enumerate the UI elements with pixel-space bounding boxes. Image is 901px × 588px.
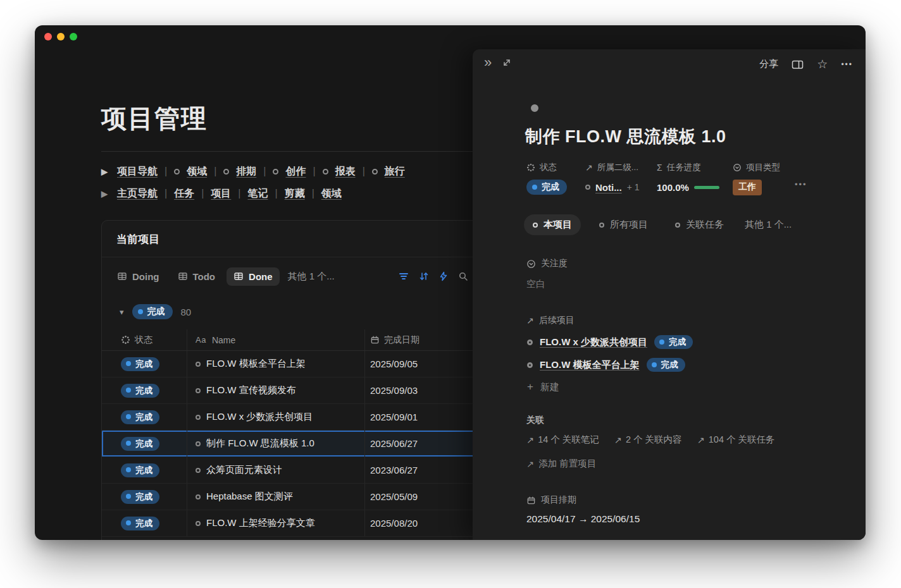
view-tab-todo[interactable]: Todo <box>171 267 223 286</box>
followup-item[interactable]: FLO.W 模板全平台上架 完成 <box>527 358 685 372</box>
row-title[interactable]: FLO.W x 少数派共创项目 <box>206 411 313 423</box>
row-title[interactable]: FLO.W 上架经验分享文章 <box>206 517 315 529</box>
status-badge[interactable]: 完成 <box>121 437 159 451</box>
nav-link-domain2[interactable]: 领域 <box>321 187 342 200</box>
status-badge[interactable]: 完成 <box>121 410 159 424</box>
toggle-right-icon[interactable]: ▶ <box>101 167 110 176</box>
row-date[interactable]: 2023/06/27 <box>370 465 418 475</box>
favorite-star-icon[interactable]: ☆ <box>817 57 828 71</box>
row-title[interactable]: 众筹页面元素设计 <box>206 464 282 476</box>
minimize-button[interactable] <box>57 33 65 40</box>
divider-pipe: | <box>312 188 314 199</box>
page-ring-icon <box>196 415 201 420</box>
status-badge[interactable]: 完成 <box>121 463 159 477</box>
view-tab-done[interactable]: Done <box>227 267 280 286</box>
view-tab-label: Done <box>249 271 273 282</box>
zoom-button[interactable] <box>70 33 77 40</box>
divider-pipe: | <box>313 166 315 177</box>
tab-more[interactable]: 其他 1 个... <box>742 214 794 235</box>
relation-page-link[interactable]: Noti... <box>595 182 622 193</box>
nav-link-tasks[interactable]: 任务 <box>174 187 194 200</box>
group-header: ▾ 完成 80 <box>120 303 191 320</box>
relation-extra-count[interactable]: + 1 <box>627 182 640 192</box>
nav-link-project-nav[interactable]: 项目导航 <box>117 165 158 178</box>
schedule-property-label[interactable]: 项目排期 <box>526 494 576 506</box>
row-title[interactable]: Heptabase 图文测评 <box>206 491 293 503</box>
focus-empty-value[interactable]: 空白 <box>526 278 545 290</box>
related-notes-link[interactable]: ↗ 14 个 关联笔记 <box>526 434 599 446</box>
close-peek-icon[interactable]: » <box>484 56 492 70</box>
type-tag[interactable]: 工作 <box>733 180 762 195</box>
group-status-badge[interactable]: 完成 <box>132 304 173 319</box>
nav-link-home-nav[interactable]: 主页导航 <box>117 187 158 200</box>
nav-link-create[interactable]: 创作 <box>285 165 306 178</box>
nav-link-domain[interactable]: 领域 <box>187 165 207 178</box>
page-ring-icon <box>196 468 201 473</box>
automation-lightning-icon[interactable] <box>438 271 449 281</box>
filter-icon[interactable] <box>398 271 409 281</box>
status-label: 完成 <box>135 518 152 529</box>
row-title[interactable]: FLO.W 宣传视频发布 <box>206 384 296 396</box>
status-badge: 完成 <box>647 358 685 372</box>
nav-link-travel[interactable]: 旅行 <box>385 165 405 178</box>
toggle-right-icon[interactable]: ▶ <box>101 189 110 199</box>
arrow-ne-icon: ↗ <box>614 435 622 445</box>
tab-this-project[interactable]: 本项目 <box>524 214 581 235</box>
page-icon[interactable] <box>531 104 538 112</box>
nav-link-clips[interactable]: 剪藏 <box>285 187 305 200</box>
related-tasks-link[interactable]: ↗ 104 个 关联任务 <box>697 434 775 446</box>
side-peek-layout-icon[interactable] <box>792 59 804 70</box>
status-badge[interactable]: 完成 <box>121 517 159 530</box>
row-title[interactable]: 制作 FLO.W 思流模板 1.0 <box>206 438 314 450</box>
view-tab-doing[interactable]: Doing <box>110 267 166 286</box>
row-date[interactable]: 2025/05/09 <box>370 491 418 502</box>
close-button[interactable] <box>44 33 52 40</box>
page-ring-icon <box>223 169 229 175</box>
tab-all-projects[interactable]: 所有项目 <box>590 214 657 235</box>
more-properties-icon[interactable]: ••• <box>795 180 807 189</box>
more-menu-icon[interactable]: ••• <box>841 60 853 69</box>
property-label: 项目类型 <box>746 162 780 173</box>
nav-link-projects[interactable]: 项目 <box>211 187 231 200</box>
related-content-link[interactable]: ↗ 2 个 关联内容 <box>614 434 682 446</box>
progress-bar <box>694 186 719 189</box>
side-peek-panel: » 分享 ☆ ••• 制作 FLO.W 思流模板 1.0 <box>473 49 866 540</box>
row-title[interactable]: FLO.W 模板全平台上架 <box>206 358 306 370</box>
share-button[interactable]: 分享 <box>759 58 778 70</box>
peek-page-title[interactable]: 制作 FLO.W 思流模板 1.0 <box>525 125 726 148</box>
row-date[interactable]: 2025/09/03 <box>370 385 418 396</box>
sort-icon[interactable] <box>419 271 429 281</box>
collapse-group-icon[interactable]: ▾ <box>120 307 124 317</box>
column-name[interactable]: Aa Name <box>187 329 364 350</box>
more-views-button[interactable]: 其他 1 个... <box>284 267 339 286</box>
expand-fullpage-icon[interactable] <box>502 58 512 68</box>
status-badge[interactable]: 完成 <box>526 180 567 195</box>
nav-link-notes[interactable]: 笔记 <box>247 187 268 200</box>
followup-property-label[interactable]: ↗ 后续项目 <box>526 315 575 326</box>
status-label: 完成 <box>661 359 678 370</box>
followup-page-link[interactable]: FLO.W 模板全平台上架 <box>540 359 640 371</box>
nav-link-schedule[interactable]: 排期 <box>236 165 256 178</box>
status-label: 完成 <box>135 465 152 475</box>
schedule-date-range[interactable]: 2025/04/17 → 2025/06/15 <box>526 513 640 525</box>
new-followup-button[interactable]: + 新建 <box>527 381 559 393</box>
nav-link-report[interactable]: 报表 <box>335 165 356 178</box>
property-label: 任务进度 <box>667 162 701 173</box>
nav-row-project: ▶ 项目导航 | 领域 | 排期 | 创作 | 报表 | 旅行 <box>101 162 405 180</box>
status-badge[interactable]: 完成 <box>121 357 159 371</box>
row-date[interactable]: 2025/09/05 <box>370 358 418 369</box>
row-date[interactable]: 2025/08/20 <box>370 518 418 529</box>
add-predecessor-button[interactable]: ↗ 添加 前置项目 <box>526 458 596 470</box>
status-badge[interactable]: 完成 <box>121 384 159 398</box>
status-badge[interactable]: 完成 <box>121 490 159 504</box>
followup-item[interactable]: FLO.W x 少数派共创项目 完成 <box>527 335 693 349</box>
column-status[interactable]: 状态 <box>102 334 187 346</box>
divider-pipe: | <box>165 166 167 177</box>
followup-page-link[interactable]: FLO.W x 少数派共创项目 <box>540 336 647 348</box>
row-date[interactable]: 2025/09/01 <box>370 412 418 422</box>
row-date[interactable]: 2025/06/27 <box>370 438 418 449</box>
page-ring-icon <box>196 388 201 393</box>
focus-property-label[interactable]: 关注度 <box>526 258 568 269</box>
search-icon[interactable] <box>458 271 468 281</box>
tab-related-tasks[interactable]: 关联任务 <box>666 214 733 235</box>
